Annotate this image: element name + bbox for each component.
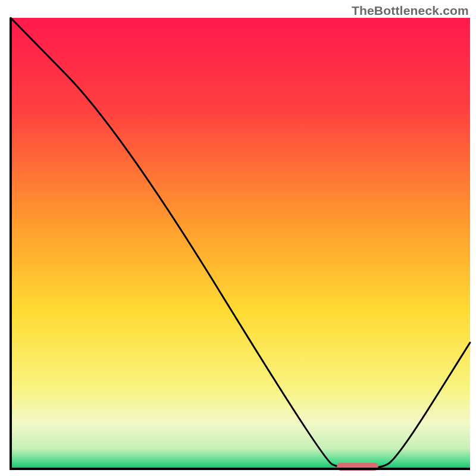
bottleneck-chart xyxy=(0,0,476,476)
watermark-text: TheBottleneck.com xyxy=(352,4,469,18)
plot-background xyxy=(11,18,470,469)
chart-container: TheBottleneck.com xyxy=(0,0,476,476)
